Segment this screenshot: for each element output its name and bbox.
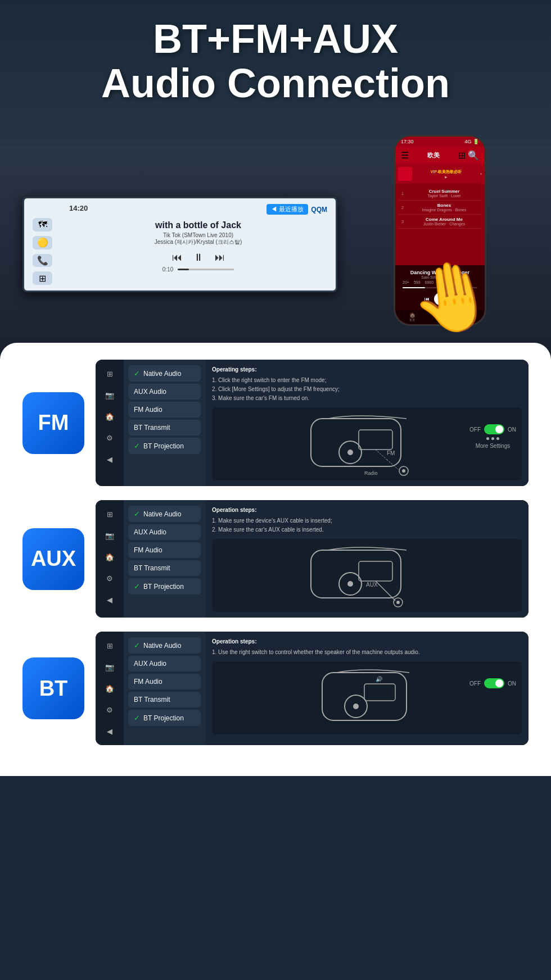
aux-menu-aux-audio[interactable]: AUX Audio [128,524,201,540]
aux-menu-bt-transmit[interactable]: BT Transmit [128,560,201,576]
aux-op-step2: 2. Make sure the car's AUX cable is inse… [212,525,522,534]
bt-op-step1: 1. Use the right switch to control wheth… [212,648,522,657]
hero-line1: BT+FM+AUX [22,17,529,61]
aux-op-step1: 1. Make sure the device's AUX cable is i… [212,516,522,525]
aux-sidebar-icon-gear[interactable]: ⚙ [101,570,118,587]
car-music-artist: Jessica (제시카)/Krystal (크리스탈) [155,238,242,246]
aux-card-sidebar: ⊞ 📷 🏠 ⚙ ◀ [96,500,124,618]
fm-toggle-switch[interactable] [484,424,504,434]
fm-card-sidebar: ⊞ 📷 🏠 ⚙ ◀ [96,360,124,486]
bt-sidebar-icon-back[interactable]: ◀ [101,723,118,739]
phone-device: 17:30 4G 🔋 ☰ 欧美 ⊞ 🔍 VIP-欧美热歌必听 ▶ [394,135,495,337]
hero-title: BT+FM+AUX Audio Connection [22,17,529,106]
aux-op-title: Operation steps: [212,506,522,515]
bt-card: BT ⊞ 📷 🏠 ⚙ ◀ ✓ Native Audio AUX Aud [22,632,529,745]
aux-card: AUX ⊞ 📷 🏠 ⚙ ◀ ✓ Native Audio AUX Au [22,500,529,618]
aux-diagram-area: AUX [212,539,522,612]
fm-card-menu: ✓ Native Audio AUX Audio FM Audio BT Tra… [124,360,205,486]
aux-card-diagram: Operation steps: 1. Make sure the device… [205,500,529,618]
svg-line-6 [376,450,387,460]
fm-menu-fm-audio[interactable]: FM Audio [128,402,201,418]
aux-sidebar-icon-cam[interactable]: 📷 [101,527,118,544]
bt-card-diagram: Operation steps: 1. Use the right switch… [205,632,529,745]
fm-menu-bt-transmit[interactable]: BT Transmit [128,420,201,435]
phone-song-item-3[interactable]: 3 Come Around Me Justin Bieber · Changes [398,215,482,229]
fm-card-diagram: Operating steps: 1. Click the right swit… [205,360,529,486]
sidebar-icon-grid[interactable]: ⊞ [101,365,118,382]
car-back-btn[interactable]: ◀ 最近播放 [267,204,308,215]
svg-rect-21 [364,684,395,701]
phone-header-text: 欧美 [427,151,440,160]
car-rewind-btn[interactable]: ⏮ [172,252,182,264]
sidebar-icon-gear[interactable]: ⚙ [101,429,118,446]
car-icon-phone: 📞 [33,254,52,267]
aux-check-native: ✓ [134,510,140,518]
svg-rect-3 [359,430,392,450]
bt-card-menu: ✓ Native Audio AUX Audio FM Audio BT Tra… [124,632,205,745]
svg-rect-13 [359,561,392,581]
bt-menu-bt-projection[interactable]: ✓ BT Projection [128,710,201,726]
sidebar-icon-back[interactable]: ◀ [101,451,118,468]
bt-toggle-off-label: OFF [469,680,481,687]
sidebar-icon-home[interactable]: 🏠 [101,408,118,425]
car-dashboard: 🗺 🟡 📞 ⊞ 14:20 ◀ 最近播放 QQM with a bottle o… [0,146,551,360]
bt-menu-fm-audio[interactable]: FM Audio [128,674,201,689]
aux-card-content: ⊞ 📷 🏠 ⚙ ◀ ✓ Native Audio AUX Audio FM [96,500,529,618]
bt-sidebar-icon-grid[interactable]: ⊞ [101,637,118,654]
fm-diagram-area: FM Radio OF [212,407,522,480]
phone-status-icons: 4G 🔋 [464,139,479,144]
fm-menu-aux-audio[interactable]: AUX Audio [128,384,201,400]
car-forward-btn[interactable]: ⏭ [215,252,225,264]
svg-point-20 [353,704,359,709]
bt-menu-native-audio[interactable]: ✓ Native Audio [128,637,201,654]
aux-check-bt-proj: ✓ [134,582,140,591]
bt-sidebar-icon-gear[interactable]: ⚙ [101,701,118,718]
car-progress-time: 0:10 [162,266,173,273]
svg-point-2 [347,450,353,455]
bt-sidebar-icon-cam[interactable]: 📷 [101,659,118,675]
bt-menu-bt-transmit[interactable]: BT Transmit [128,692,201,707]
phone-song-item-1[interactable]: 1 Cruel Summer Taylor Swift · Lover [398,187,482,201]
bt-toggle-switch[interactable] [484,678,504,688]
car-pause-btn[interactable]: ⏸ [193,252,204,264]
svg-text:🔊: 🔊 [376,675,383,683]
content-section: FM ⊞ 📷 🏠 ⚙ ◀ ✓ Native Audio AUX Aud [0,343,551,776]
sidebar-icon-cam[interactable]: 📷 [101,387,118,403]
aux-menu-bt-projection[interactable]: ✓ BT Projection [128,578,201,595]
aux-card-menu: ✓ Native Audio AUX Audio FM Audio BT Tra… [124,500,205,618]
aux-menu-fm-audio[interactable]: FM Audio [128,542,201,558]
phone-song-item-2[interactable]: 2 Bones Imagine Dragons · Bones [398,201,482,215]
car-icon-grid: ⊞ [33,271,52,285]
aux-sidebar-icon-home[interactable]: 🏠 [101,548,118,565]
bt-op-title: Operation steps: [212,637,522,646]
car-icon-map: 🗺 [33,218,52,232]
fm-op-title: Operating steps: [212,365,522,374]
hand-holding-phone: 🤚 [404,251,501,344]
fm-menu-bt-projection[interactable]: ✓ BT Projection [128,438,201,454]
bt-sidebar-icon-home[interactable]: 🏠 [101,680,118,697]
aux-sidebar-icon-back[interactable]: ◀ [101,591,118,608]
phone-time: 17:30 [401,139,414,144]
phone-header-icons: ⊞ 🔍 [458,150,479,161]
aux-menu-native-audio[interactable]: ✓ Native Audio [128,506,201,522]
bt-toggle-area: OFF ON [469,678,516,688]
fm-op-step3: 3. Make sure the car's FM is turned on. [212,394,522,403]
fm-op-step1: 1. Click the right switch to enter the F… [212,376,522,385]
svg-text:Radio: Radio [364,470,378,476]
bt-toggle-on-label: ON [508,680,516,687]
bt-menu-aux-audio[interactable]: AUX Audio [128,656,201,672]
fm-op-step2: 2. Click [More Settings] to adjust the F… [212,385,522,394]
car-icon-maps2: 🟡 [33,236,52,249]
fm-menu-native-audio[interactable]: ✓ Native Audio [128,365,201,382]
hero-line2: Audio Connection [22,61,529,106]
bt-badge: BT [22,657,84,719]
phone-menu-icon: ☰ [401,150,409,161]
fm-more-settings[interactable]: More Settings [476,443,511,449]
fm-toggle-off-label: OFF [469,427,481,433]
bt-card-content: ⊞ 📷 🏠 ⚙ ◀ ✓ Native Audio AUX Audio FM [96,632,529,745]
fm-toggle-area: OFF ON More Settings [469,424,516,449]
aux-sidebar-icon-grid[interactable]: ⊞ [101,506,118,523]
svg-point-9 [402,469,405,473]
svg-text:FM: FM [387,450,395,456]
fm-badge: FM [22,392,84,454]
